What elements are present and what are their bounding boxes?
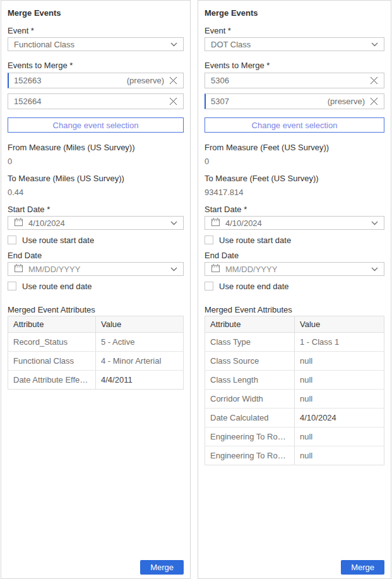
chevron-down-icon [371,42,378,47]
use-route-end-date-checkbox[interactable]: Use route end date [8,281,184,291]
panel-footer: Merge [8,560,184,575]
table-row: Functional Class4 - Minor Arterial [8,352,184,371]
events-to-merge-label: Events to Merge * [205,61,384,70]
attribute-name-cell: Class Length [205,371,295,390]
use-route-start-date-checkbox[interactable]: Use route start date [205,235,384,245]
merged-attributes-table: AttributeValueRecord_Status5 - ActiveFun… [8,316,184,390]
attribute-value-cell: null [295,371,384,390]
preserve-tag: (preserve) [328,97,365,106]
merged-event-attributes-title: Merged Event Attributes [205,305,384,314]
end-date-placeholder: MM/DD/YYYY [225,265,366,274]
to-measure-label: To Measure (Miles (US Survey)) [8,174,184,183]
attribute-name-cell: Date Attribute Effective [8,371,96,390]
attribute-name-cell: Date Calculated [205,409,295,427]
event-label: Event * [8,26,184,35]
start-date-value: 4/10/2024 [225,218,366,228]
attribute-value-cell: null [295,446,384,465]
calendar-icon [211,263,220,275]
preserve-tag: (preserve) [127,76,164,85]
attribute-value-cell: null [295,427,384,446]
start-date-picker[interactable]: 4/10/2024 [205,216,384,230]
checkbox-icon [8,236,16,244]
calendar-icon [211,217,220,229]
event-to-merge-input[interactable]: 5307(preserve) [205,93,384,109]
attribute-name-cell: Functional Class [8,352,96,371]
merged-attributes-table: AttributeValueClass Type1 - Class 1Class… [205,316,384,465]
table-row: Date Attribute Effective4/4/2011 [8,371,184,390]
event-label: Event * [205,26,384,35]
events-to-merge-label: Events to Merge * [8,61,184,70]
change-event-selection-button[interactable]: Change event selection [205,117,384,133]
chevron-down-icon [170,221,177,225]
change-event-selection-button[interactable]: Change event selection [8,117,184,133]
use-route-start-date-label: Use route start date [219,236,291,245]
checkbox-icon [205,282,213,290]
panel-spacer [205,465,384,560]
to-measure-label: To Measure (Feet (US Survey)) [205,174,384,183]
table-row: Date Calculated4/10/2024 [205,409,384,427]
value-column-header: Value [96,316,184,333]
merge-button[interactable]: Merge [140,560,184,575]
table-row: Class Sourcenull [205,352,384,371]
table-row: Engineering To Route ...null [205,446,384,465]
to-measure-value: 0.44 [8,188,184,197]
event-select-value: DOT Class [211,40,371,49]
events-to-merge-list: 152663(preserve)152664 [8,73,184,114]
from-measure-value: 0 [205,157,384,166]
from-measure-label: From Measure (Feet (US Survey)) [205,143,384,152]
end-date-label: End Date [205,251,384,260]
panel-spacer [8,390,184,560]
remove-event-icon[interactable] [370,97,378,105]
value-column-header: Value [295,316,384,333]
event-select[interactable]: DOT Class [205,37,384,51]
chevron-down-icon [371,221,378,225]
end-date-picker[interactable]: MM/DD/YYYY [8,262,184,276]
attribute-value-cell: null [295,390,384,409]
panel-footer: Merge [205,560,384,575]
start-date-picker[interactable]: 4/10/2024 [8,216,184,230]
to-measure-value: 93417.814 [205,188,384,197]
event-to-merge-input[interactable]: 5306 [205,73,384,88]
calendar-icon [14,217,23,229]
attribute-value-cell: 1 - Class 1 [295,333,384,352]
end-date-picker[interactable]: MM/DD/YYYY [205,262,384,276]
attribute-column-header: Attribute [205,316,295,333]
attribute-value-cell: null [295,352,384,371]
attribute-value-cell: 5 - Active [96,333,184,352]
attribute-value-cell: 4/4/2011 [96,371,184,390]
attribute-name-cell: Class Type [205,333,295,352]
table-row: Class Type1 - Class 1 [205,333,384,352]
event-to-merge-input[interactable]: 152664 [8,93,184,109]
use-route-end-date-label: Use route end date [22,282,92,291]
event-id: 5306 [211,76,229,85]
use-route-start-date-checkbox[interactable]: Use route start date [8,235,184,245]
start-date-value: 4/10/2024 [28,218,165,228]
merge-events-panel-left: Merge Events Event * Functional Class Ev… [1,0,191,579]
attribute-name-cell: Class Source [205,352,295,371]
merge-button[interactable]: Merge [341,560,384,575]
page-title: Merge Events [8,8,184,18]
attribute-column-header: Attribute [8,316,96,333]
table-row: Class Lengthnull [205,371,384,390]
attribute-value-cell: 4/10/2024 [295,409,384,427]
remove-event-icon[interactable] [169,76,177,85]
use-route-start-date-label: Use route start date [22,236,94,245]
event-select[interactable]: Functional Class [8,37,184,51]
events-to-merge-list: 53065307(preserve) [205,73,384,114]
table-row: Record_Status5 - Active [8,333,184,352]
remove-event-icon[interactable] [169,97,177,105]
end-date-placeholder: MM/DD/YYYY [28,265,165,274]
event-id: 152663 [14,76,41,85]
use-route-end-date-checkbox[interactable]: Use route end date [205,281,384,291]
remove-event-icon[interactable] [370,76,378,85]
table-row: Engineering To RouteIDnull [205,427,384,446]
chevron-down-icon [170,42,177,47]
table-row: Corridor Widthnull [205,390,384,409]
use-route-end-date-label: Use route end date [219,282,289,291]
attribute-name-cell: Engineering To RouteID [205,427,295,446]
end-date-label: End Date [8,251,184,260]
event-id: 5307 [211,97,229,106]
event-to-merge-input[interactable]: 152663(preserve) [8,73,184,88]
merge-events-panel-right: Merge Events Event * DOT Class Events to… [198,0,391,579]
from-measure-label: From Measure (Miles (US Survey)) [8,143,184,152]
